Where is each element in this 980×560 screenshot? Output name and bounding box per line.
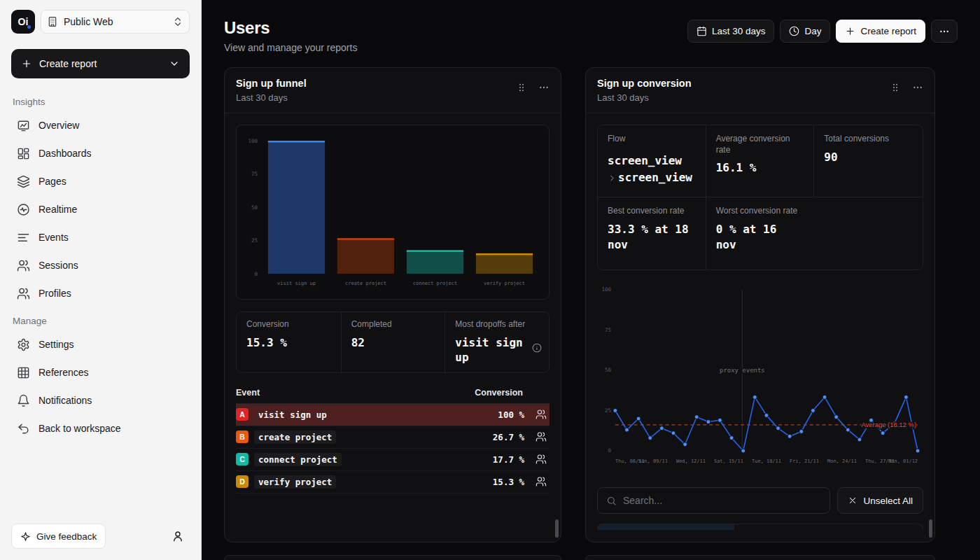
- event-filter-row: Unselect All: [597, 487, 923, 514]
- sidebar-item-references[interactable]: References: [11, 358, 190, 386]
- overview-icon: [17, 119, 30, 132]
- users-icon[interactable]: [524, 454, 550, 465]
- drag-handle-icon[interactable]: [516, 82, 527, 93]
- svg-text:75: 75: [605, 327, 611, 333]
- users-icon[interactable]: [524, 431, 550, 442]
- table-header: Event Conversion: [236, 383, 550, 404]
- give-feedback-button[interactable]: Give feedback: [11, 524, 106, 549]
- building-icon: [47, 16, 58, 27]
- info-icon[interactable]: [532, 343, 542, 356]
- sidebar-item-label: Profiles: [38, 288, 71, 299]
- conversion-card-subtitle: Last 30 days: [597, 92, 692, 103]
- card-menu-button[interactable]: [912, 82, 923, 93]
- svg-text:Average (16.12 %): Average (16.12 %): [861, 421, 916, 428]
- sidebar-item-profiles[interactable]: Profiles: [11, 279, 190, 307]
- conversion-card-header: Sign up conversion Last 30 days: [586, 68, 934, 113]
- step-badge: D: [236, 475, 248, 488]
- column-header-event: Event: [236, 388, 475, 398]
- interval-button[interactable]: Day: [780, 20, 830, 43]
- stat-label: Flow: [608, 134, 690, 145]
- conversion-card-actions: [890, 78, 923, 93]
- svg-text:visit sign up: visit sign up: [277, 281, 316, 286]
- sidebar-item-label: Back to workspace: [38, 423, 121, 434]
- sidebar-item-label: Notifications: [38, 395, 92, 406]
- conversion-card-heading: Sign up conversion Last 30 days: [597, 78, 692, 103]
- flow-step-2-label: screen_view: [618, 170, 692, 186]
- event-conversion: 15.3 %: [493, 477, 524, 487]
- table-row[interactable]: B create project 26.7 %: [236, 426, 550, 449]
- users-icon[interactable]: [524, 409, 550, 420]
- event-conversion: 17.7 %: [493, 454, 524, 465]
- stat-value: 82: [351, 335, 434, 351]
- stat-worst-conversion: Worst conversion rate 0 % at 16 nov: [706, 197, 815, 270]
- stat-value: 15.3 %: [246, 335, 329, 351]
- stat-total-conversions: Total conversions 90: [814, 125, 923, 197]
- sidebar-item-settings[interactable]: Settings: [11, 330, 190, 358]
- create-report-button[interactable]: Create report: [11, 49, 190, 78]
- next-report-card: [585, 555, 935, 560]
- profile-button[interactable]: [166, 524, 190, 548]
- pages-icon: [17, 175, 30, 188]
- stat-value: 90: [824, 150, 908, 165]
- sidebar-item-pages[interactable]: Pages: [11, 167, 190, 195]
- conversion-stats: Flow screen_view screen_view Average con…: [597, 125, 923, 270]
- sidebar-item-back-to-workspace[interactable]: Back to workspace: [11, 414, 190, 442]
- workspace-selector[interactable]: Public Web: [41, 10, 190, 34]
- sidebar-item-sessions[interactable]: Sessions: [11, 251, 190, 279]
- page-subtitle: View and manage your reports: [224, 42, 357, 53]
- table-row[interactable]: D verify project 15.3 %: [236, 471, 550, 493]
- step-badge: B: [236, 430, 248, 443]
- svg-text:50: 50: [251, 204, 258, 211]
- svg-text:create project: create project: [345, 281, 386, 286]
- card-scrollbar[interactable]: [555, 519, 559, 538]
- svg-text:verify project: verify project: [484, 281, 525, 286]
- stat-average-conversion: Average conversion rate 16.1 %: [706, 125, 815, 197]
- create-report-header-button[interactable]: Create report: [836, 20, 925, 43]
- svg-text:50: 50: [605, 367, 611, 373]
- sidebar-item-label: Events: [38, 232, 69, 243]
- realtime-icon: [17, 203, 30, 216]
- date-range-button[interactable]: Last 30 days: [687, 20, 775, 43]
- stat-label: Conversion: [246, 319, 329, 330]
- users-icon[interactable]: [524, 476, 550, 487]
- events-table-peek-cell: [598, 524, 734, 530]
- sidebar-item-events[interactable]: Events: [11, 223, 190, 251]
- svg-text:25: 25: [605, 407, 611, 414]
- search-box: [597, 487, 830, 514]
- unselect-all-button[interactable]: Unselect All: [837, 487, 923, 514]
- sidebar-item-dashboards[interactable]: Dashboards: [11, 139, 190, 167]
- sidebar-item-notifications[interactable]: Notifications: [11, 386, 190, 414]
- table-row[interactable]: A visit sign up 100 %: [236, 404, 550, 426]
- more-options-button[interactable]: [931, 20, 958, 43]
- sidebar-item-overview[interactable]: Overview: [11, 111, 190, 139]
- conversion-line-chart: 0255075100proxy eventsAverage (16.12 %)T…: [597, 280, 923, 469]
- app-root: Oi Public Web Create report Insights Ove…: [0, 0, 980, 560]
- header-actions: Last 30 days Day Create report: [687, 20, 958, 43]
- section-label-insights: Insights: [13, 97, 190, 107]
- next-row-cards: [224, 555, 958, 560]
- table-row[interactable]: C connect project 17.7 %: [236, 449, 550, 471]
- back-arrow-icon: [17, 422, 30, 435]
- drag-handle-icon[interactable]: [890, 82, 901, 93]
- svg-text:Mon, 01/12: Mon, 01/12: [888, 458, 918, 464]
- card-scrollbar[interactable]: [929, 519, 932, 538]
- funnel-event-table: Event Conversion A visit sign up 100 % B…: [236, 383, 550, 493]
- chevrons-up-down-icon: [172, 16, 183, 27]
- search-input[interactable]: [623, 495, 821, 506]
- date-range-label: Last 30 days: [712, 26, 766, 36]
- card-menu-button[interactable]: [538, 82, 550, 93]
- give-feedback-label: Give feedback: [36, 531, 97, 542]
- funnel-card-title: Sign up funnel: [236, 78, 307, 89]
- section-label-manage: Manage: [13, 316, 190, 326]
- notifications-icon: [17, 394, 30, 407]
- sidebar-item-label: Pages: [38, 176, 66, 187]
- stat-value: 0 % at 16 nov: [716, 222, 800, 253]
- event-name: visit sign up: [254, 408, 331, 421]
- logo-dot: [27, 25, 31, 29]
- sidebar-item-realtime[interactable]: Realtime: [11, 195, 190, 223]
- next-report-card: [224, 555, 561, 560]
- page-title: Users: [224, 18, 357, 38]
- references-icon: [17, 366, 30, 379]
- funnel-card-body: 0255075100visit sign upcreate projectcon…: [225, 113, 561, 505]
- funnel-stats: Conversion 15.3 % Completed 82 Most drop…: [236, 312, 550, 373]
